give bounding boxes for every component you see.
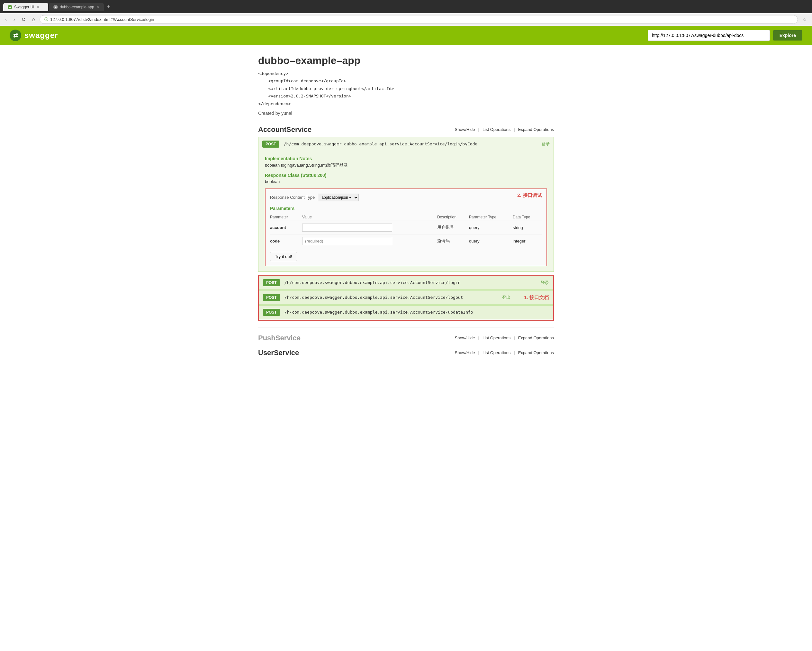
endpoint-logout-tag: 登出	[502, 295, 510, 300]
list-operations-link[interactable]: List Operations	[482, 127, 510, 132]
params-title: Parameters	[270, 206, 542, 211]
user-show-hide-link[interactable]: Show/Hide	[455, 350, 475, 355]
endpoint-updateinfo-header[interactable]: POST /h/com.deepoove.swagger.dubbo.examp…	[259, 306, 553, 319]
forward-button[interactable]: ›	[11, 16, 17, 23]
back-button[interactable]: ‹	[3, 16, 9, 23]
home-button[interactable]: ⌂	[30, 16, 37, 23]
address-text: 127.0.0.1:8077/distv2/index.html#!/Accou…	[50, 17, 154, 22]
response-content-type-row: Response Content Type application/json ▾…	[270, 194, 542, 201]
response-content-type-select[interactable]: application/json ▾ application/xml	[318, 194, 359, 201]
param-row-account: account 用户帐号 query string	[270, 221, 542, 234]
params-box: 2. 接口调试 Response Content Type applicatio…	[265, 188, 547, 266]
push-show-hide-link[interactable]: Show/Hide	[455, 335, 475, 340]
address-bar[interactable]: ⓘ 127.0.0.1:8077/distv2/index.html#!/Acc…	[40, 15, 798, 24]
app-title: dubbo–example–app	[258, 55, 554, 67]
dubbo-favicon: ◉	[53, 5, 58, 9]
response-class-text: boolean	[265, 179, 547, 184]
swagger-logo-icon: ⇄	[10, 30, 21, 41]
push-service-section: PushService Show/Hide | List Operations …	[258, 334, 554, 342]
params-box-annotation: 2. 接口调试	[517, 193, 542, 199]
impl-notes-title: Implementation Notes	[265, 156, 547, 161]
param-desc-code: 邀请码	[437, 234, 469, 248]
account-service-actions: Show/Hide | List Operations | Expand Ope…	[455, 127, 554, 132]
expanded-endpoint-tag: 登录	[541, 141, 550, 147]
push-list-operations-link[interactable]: List Operations	[482, 335, 510, 340]
desc-line-4: <version>2.0.2-SNAPSHOT</version>	[258, 92, 554, 100]
expand-operations-link[interactable]: Expand Operations	[518, 127, 554, 132]
endpoint-logout-path: /h/com.deepoove.swagger.dubbo.example.ap…	[284, 295, 499, 300]
endpoint-login-path: /h/com.deepoove.swagger.dubbo.example.ap…	[284, 280, 537, 285]
endpoint-updateinfo-path: /h/com.deepoove.swagger.dubbo.example.ap…	[284, 310, 549, 315]
show-hide-link[interactable]: Show/Hide	[455, 127, 475, 132]
push-service-header: PushService Show/Hide | List Operations …	[258, 334, 554, 342]
swagger-header: ⇄ swagger Explore	[0, 26, 812, 45]
tab-close-swagger[interactable]: ✕	[36, 5, 40, 9]
user-service-actions: Show/Hide | List Operations | Expand Ope…	[455, 350, 554, 355]
impl-notes-text: boolean login(java.lang.String,int)邀请码登录	[265, 162, 547, 168]
desc-line-2: <groupId>com.deepoove</groupId>	[258, 77, 554, 85]
divider-push	[258, 327, 554, 327]
param-input-code[interactable]	[302, 237, 392, 245]
lock-icon: ⓘ	[44, 17, 48, 22]
expanded-endpoint: POST /h/com.deepoove.swagger.dubbo.examp…	[258, 137, 554, 272]
refresh-button[interactable]: ↺	[20, 16, 27, 23]
account-service-title: AccountService	[258, 125, 311, 134]
param-value-account	[302, 221, 437, 234]
user-service-section: UserService Show/Hide | List Operations …	[258, 348, 554, 357]
col-param-type: Parameter Type	[469, 214, 513, 221]
endpoint-login-tag: 登录	[541, 280, 549, 286]
endpoint-login-header[interactable]: POST /h/com.deepoove.swagger.dubbo.examp…	[259, 276, 553, 289]
swagger-logo: ⇄ swagger	[10, 30, 58, 41]
explore-button[interactable]: Explore	[773, 30, 802, 41]
endpoint-updateinfo: POST /h/com.deepoove.swagger.dubbo.examp…	[259, 305, 553, 319]
endpoint-logout: POST /h/com.deepoove.swagger.dubbo.examp…	[259, 290, 553, 305]
expanded-endpoint-body: Implementation Notes boolean login(java.…	[258, 151, 554, 272]
col-description: Description	[437, 214, 469, 221]
try-it-out-button[interactable]: Try it out!	[270, 252, 297, 261]
endpoint-login: POST /h/com.deepoove.swagger.dubbo.examp…	[259, 276, 553, 290]
account-service-section: AccountService Show/Hide | List Operatio…	[258, 125, 554, 321]
method-badge-expanded: POST	[262, 141, 279, 148]
browser-tabs: ⇄ Swagger UI ✕ ◉ dubbo-example-app ✕ +	[3, 2, 113, 11]
method-badge-login: POST	[263, 279, 280, 286]
swagger-url-bar: Explore	[648, 30, 802, 41]
new-tab-button[interactable]: +	[104, 2, 113, 11]
method-badge-logout: POST	[263, 294, 280, 301]
desc-line-3: <artifactId>dubbo-provider-springboot</a…	[258, 85, 554, 92]
tab-close-dubbo[interactable]: ✕	[96, 5, 99, 9]
param-type-account: query	[469, 221, 513, 234]
param-name-code: code	[270, 234, 302, 248]
param-name-account: account	[270, 221, 302, 234]
swagger-favicon: ⇄	[8, 5, 12, 9]
expanded-endpoint-header[interactable]: POST /h/com.deepoove.swagger.dubbo.examp…	[258, 138, 554, 151]
param-desc-account: 用户帐号	[437, 221, 469, 234]
desc-line-5: </dependency>	[258, 100, 554, 107]
params-table: Parameter Value Description Parameter Ty…	[270, 214, 542, 248]
user-list-operations-link[interactable]: List Operations	[482, 350, 510, 355]
tab-swagger-ui[interactable]: ⇄ Swagger UI ✕	[3, 3, 48, 11]
tab-dubbo[interactable]: ◉ dubbo-example-app ✕	[49, 3, 104, 11]
collapsed-endpoints-box: POST /h/com.deepoove.swagger.dubbo.examp…	[258, 275, 554, 321]
swagger-logo-text: swagger	[24, 31, 58, 40]
expanded-endpoint-path: /h/com.deepoove.swagger.dubbo.example.ap…	[284, 142, 538, 146]
col-value: Value	[302, 214, 437, 221]
push-expand-operations-link[interactable]: Expand Operations	[518, 335, 554, 340]
param-type-code: query	[469, 234, 513, 248]
col-data-type: Data Type	[513, 214, 542, 221]
bookmark-icon[interactable]: ☆	[800, 16, 809, 23]
push-service-title: PushService	[258, 334, 301, 342]
browser-chrome: ⇄ Swagger UI ✕ ◉ dubbo-example-app ✕ +	[0, 0, 812, 13]
user-service-title: UserService	[258, 348, 299, 357]
endpoint-logout-header[interactable]: POST /h/com.deepoove.swagger.dubbo.examp…	[259, 291, 553, 304]
browser-nav: ‹ › ↺ ⌂ ⓘ 127.0.0.1:8077/distv2/index.ht…	[0, 13, 812, 26]
param-datatype-code: integer	[513, 234, 542, 248]
push-service-actions: Show/Hide | List Operations | Expand Ope…	[455, 335, 554, 340]
param-row-code: code 邀请码 query integer	[270, 234, 542, 248]
user-service-header: UserService Show/Hide | List Operations …	[258, 348, 554, 357]
swagger-url-input[interactable]	[648, 30, 770, 41]
tab-dubbo-label: dubbo-example-app	[60, 5, 94, 9]
col-parameter: Parameter	[270, 214, 302, 221]
tab-swagger-label: Swagger UI	[14, 5, 34, 9]
user-expand-operations-link[interactable]: Expand Operations	[518, 350, 554, 355]
param-input-account[interactable]	[302, 223, 392, 232]
